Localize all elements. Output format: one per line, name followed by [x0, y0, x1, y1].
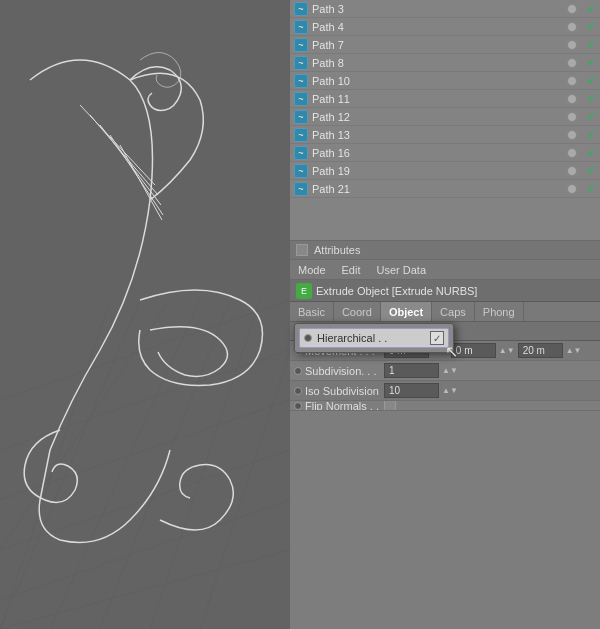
outliner-row[interactable]: ~Path 19✓: [290, 162, 600, 180]
row-check-icon: ✓: [587, 20, 596, 33]
path-icon: ~: [294, 164, 308, 178]
outliner-row[interactable]: ~Path 7✓: [290, 36, 600, 54]
movement-y-field[interactable]: [451, 343, 496, 358]
path-icon: ~: [294, 56, 308, 70]
outliner-row[interactable]: ~Path 13✓: [290, 126, 600, 144]
path-icon: ~: [294, 38, 308, 52]
row-visibility-dot[interactable]: [567, 148, 577, 158]
prop-value-subdivision: ▲▼: [384, 363, 596, 378]
attributes-section: Attributes Mode Edit User Data E Extrude…: [290, 240, 600, 629]
attr-tab-mode[interactable]: Mode: [294, 262, 330, 278]
row-visibility-dot[interactable]: [567, 76, 577, 86]
row-visibility-dot[interactable]: [567, 40, 577, 50]
path-icon: ~: [294, 20, 308, 34]
attributes-header: Attributes: [290, 240, 600, 260]
prop-label-iso-subdivision: Iso Subdivision: [294, 385, 384, 397]
attr-tab-edit[interactable]: Edit: [338, 262, 365, 278]
object-header: E Extrude Object [Extrude NURBS]: [290, 280, 600, 302]
prop-row-flip-normals: Flip Normals . .: [290, 401, 600, 411]
prop-value-iso-subdivision: ▲▼: [384, 383, 596, 398]
outliner-row[interactable]: ~Path 21✓: [290, 180, 600, 198]
row-check-icon: ✓: [587, 38, 596, 51]
row-check-icon: ✓: [587, 182, 596, 195]
row-visibility-dot[interactable]: [567, 112, 577, 122]
outliner-row-name: Path 7: [312, 39, 567, 51]
outliner-row[interactable]: ~Path 4✓: [290, 18, 600, 36]
prop-value-flip-normals: [384, 401, 596, 411]
row-check-icon: ✓: [587, 74, 596, 87]
path-icon: ~: [294, 92, 308, 106]
outliner-row-name: Path 12: [312, 111, 567, 123]
outliner-row[interactable]: ~Path 3✓: [290, 0, 600, 18]
movement-z-field[interactable]: [518, 343, 563, 358]
row-visibility-dot[interactable]: [567, 184, 577, 194]
outliner-row-name: Path 3: [312, 3, 567, 15]
prop-row-iso-subdivision: Iso Subdivision ▲▼: [290, 381, 600, 401]
viewport-3d[interactable]: [0, 0, 290, 629]
outliner-row-name: Path 11: [312, 93, 567, 105]
row-check-icon: ✓: [587, 164, 596, 177]
right-panel: ~Path 3✓~Path 4✓~Path 7✓~Path 8✓~Path 10…: [290, 0, 600, 629]
path-icon: ~: [294, 74, 308, 88]
main-container: ~Path 3✓~Path 4✓~Path 7✓~Path 8✓~Path 10…: [0, 0, 600, 629]
outliner-row-name: Path 16: [312, 147, 567, 159]
outliner-rows: ~Path 3✓~Path 4✓~Path 7✓~Path 8✓~Path 10…: [290, 0, 600, 198]
path-icon: ~: [294, 128, 308, 142]
iso-subdivision-arrow: ▲▼: [442, 386, 458, 395]
row-visibility-dot[interactable]: [567, 58, 577, 68]
prop-tab-coord[interactable]: Coord: [334, 302, 381, 321]
row-check-icon: ✓: [587, 110, 596, 123]
outliner-row[interactable]: ~Path 10✓: [290, 72, 600, 90]
prop-tabs: BasicCoordObjectCapsPhong: [290, 302, 600, 322]
outliner-row-name: Path 21: [312, 183, 567, 195]
prop-dot-subdivision: [294, 367, 302, 375]
outliner-row-name: Path 19: [312, 165, 567, 177]
hierarchical-popup-row: Hierarchical . . ✓: [299, 328, 449, 348]
row-visibility-dot[interactable]: [567, 94, 577, 104]
prop-tab-caps[interactable]: Caps: [432, 302, 475, 321]
attributes-checkbox[interactable]: [296, 244, 308, 256]
prop-row-subdivision: Subdivision. . . ▲▼: [290, 361, 600, 381]
movement-z-arrow: ▲▼: [566, 346, 582, 355]
attr-tab-userdata[interactable]: User Data: [373, 262, 431, 278]
subdivision-arrow: ▲▼: [442, 366, 458, 375]
row-check-icon: ✓: [587, 2, 596, 15]
outliner-row[interactable]: ~Path 11✓: [290, 90, 600, 108]
outliner-row-name: Path 10: [312, 75, 567, 87]
hierarchical-dot: [304, 334, 312, 342]
path-icon: ~: [294, 2, 308, 16]
row-visibility-dot[interactable]: [567, 22, 577, 32]
row-check-icon: ✓: [587, 146, 596, 159]
row-check-icon: ✓: [587, 56, 596, 69]
path-icon: ~: [294, 110, 308, 124]
prop-rows-container: Movement . . . ▲▼ ▲▼ ▲▼ Subd: [290, 341, 600, 411]
row-visibility-dot[interactable]: [567, 130, 577, 140]
prop-dot-iso: [294, 387, 302, 395]
path-icon: ~: [294, 182, 308, 196]
object-title: Extrude Object [Extrude NURBS]: [316, 285, 477, 297]
outliner-row-name: Path 4: [312, 21, 567, 33]
outliner-row[interactable]: ~Path 8✓: [290, 54, 600, 72]
movement-y-arrow: ▲▼: [499, 346, 515, 355]
path-icon: ~: [294, 146, 308, 160]
outliner-row[interactable]: ~Path 16✓: [290, 144, 600, 162]
subdivision-field[interactable]: [384, 363, 439, 378]
attributes-title: Attributes: [314, 244, 360, 256]
attr-tabs-bar: Mode Edit User Data: [290, 260, 600, 280]
outliner-row-name: Path 13: [312, 129, 567, 141]
row-visibility-dot[interactable]: [567, 4, 577, 14]
flip-normals-checkbox[interactable]: [384, 401, 396, 411]
prop-dot-flip: [294, 402, 302, 410]
prop-tab-object[interactable]: Object: [381, 302, 432, 321]
iso-subdivision-field[interactable]: [384, 383, 439, 398]
outliner-row-name: Path 8: [312, 57, 567, 69]
hierarchical-label: Hierarchical . .: [317, 332, 430, 344]
prop-label-subdivision: Subdivision. . .: [294, 365, 384, 377]
prop-tab-basic[interactable]: Basic: [290, 302, 334, 321]
object-type-icon: E: [296, 283, 312, 299]
outliner-row[interactable]: ~Path 12✓: [290, 108, 600, 126]
prop-tab-phong[interactable]: Phong: [475, 302, 524, 321]
svg-rect-0: [0, 0, 290, 629]
row-visibility-dot[interactable]: [567, 166, 577, 176]
hierarchical-checkbox[interactable]: ✓: [430, 331, 444, 345]
